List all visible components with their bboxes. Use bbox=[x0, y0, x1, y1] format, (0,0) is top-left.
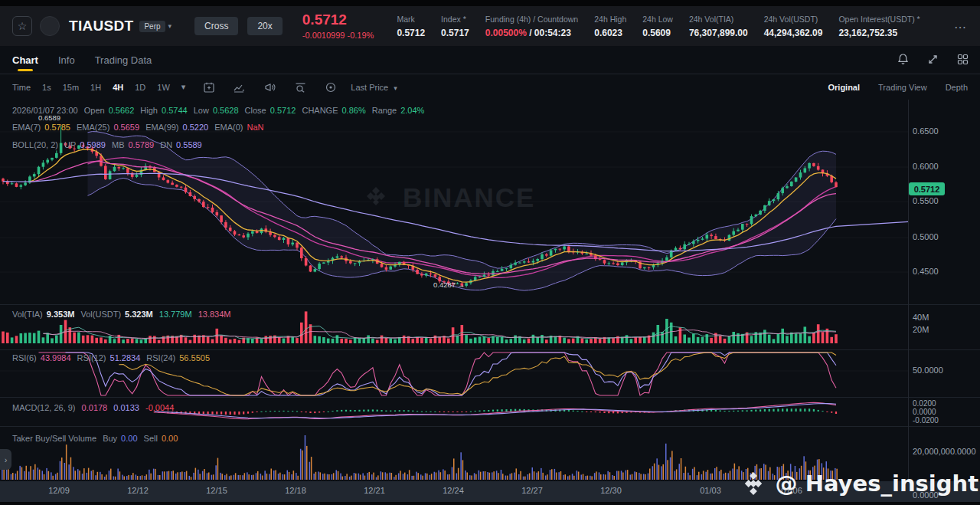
tab-info[interactable]: Info bbox=[58, 46, 75, 74]
chart-toolbar: Time 1s 15m 1H 4H 1D 1W ▾ Last Price ▾ O… bbox=[0, 74, 980, 100]
y-tick: 0.5500 bbox=[913, 196, 939, 205]
pane-divider bbox=[0, 304, 980, 305]
tab-trading-data[interactable]: Trading Data bbox=[95, 46, 152, 74]
interval-more-caret[interactable]: ▾ bbox=[181, 82, 186, 92]
window-top-strip bbox=[0, 0, 980, 6]
interval-1h[interactable]: 1H bbox=[90, 83, 101, 92]
view-switcher: Original Trading View Depth bbox=[828, 74, 968, 100]
last-price-badge[interactable]: 0.5712 bbox=[909, 182, 945, 195]
macd-legend[interactable]: MACD(12, 26, 9) 0.0178 0.0133 -0.0044 bbox=[12, 403, 178, 412]
last-price: 0.5712 bbox=[302, 12, 374, 28]
x-tick: 12/12 bbox=[127, 486, 149, 495]
candle-datetime: 2026/01/07 23:00 bbox=[12, 106, 78, 115]
price-change: -0.0010999 -0.19% bbox=[302, 31, 374, 40]
indicator-search-icon[interactable] bbox=[294, 81, 307, 93]
stat-24h-high: 24h High0.6023 bbox=[594, 15, 626, 38]
margin-mode-button[interactable]: Cross bbox=[194, 17, 238, 35]
macd-tick: 0.0200 bbox=[913, 399, 936, 408]
x-tick: 01/03 bbox=[700, 486, 721, 495]
binance-logo-icon bbox=[739, 469, 768, 498]
view-original[interactable]: Original bbox=[828, 83, 860, 92]
interval-15m[interactable]: 15m bbox=[63, 83, 79, 92]
y-tick: 0.4500 bbox=[913, 267, 939, 276]
interval-1w[interactable]: 1W bbox=[157, 83, 170, 92]
low-price-note: 0.4287 → bbox=[433, 280, 465, 289]
x-tick: 12/24 bbox=[443, 486, 464, 495]
ohlc-legend: 2026/01/07 23:00 Open0.5662 High0.5744 L… bbox=[12, 106, 428, 115]
y-tick: 0.6000 bbox=[913, 162, 939, 171]
stat-funding: Funding (4h) / Countdown0.00500% / 00:54… bbox=[485, 15, 578, 38]
stat-24h-vol-quote: 24h Vol(USDT)44,294,362.09 bbox=[764, 15, 823, 38]
stat-open-interest: Open Interest(USDT) *23,162,752.35 bbox=[838, 15, 920, 38]
chevron-down-icon[interactable]: ▾ bbox=[168, 22, 172, 30]
vol-tick: 40M bbox=[913, 313, 929, 322]
arrow-icon: → bbox=[458, 280, 466, 289]
symbol-name[interactable]: TIAUSDT bbox=[69, 18, 133, 34]
contract-header: ☆ TIAUSDT Perp ▾ Cross 20x 0.5712 -0.001… bbox=[0, 6, 980, 46]
chevron-down-icon: ▾ bbox=[394, 84, 397, 92]
line-chart-edit-icon[interactable] bbox=[233, 81, 246, 93]
calendar-chart-icon[interactable] bbox=[203, 81, 215, 93]
x-tick: 12/15 bbox=[206, 486, 227, 495]
y-tick: 0.6500 bbox=[913, 126, 939, 136]
taker-legend[interactable]: Taker Buy/Sell Volume Buy0.00 Sell0.00 bbox=[12, 434, 181, 443]
rsi-tick: 50.0000 bbox=[913, 366, 943, 375]
stat-index: Index *0.5717 bbox=[441, 15, 469, 38]
view-depth[interactable]: Depth bbox=[946, 83, 968, 92]
tab-chart[interactable]: Chart bbox=[12, 46, 38, 74]
market-stats: Mark0.5712 Index *0.5717 Funding (4h) / … bbox=[397, 15, 920, 38]
interval-time[interactable]: Time bbox=[12, 83, 31, 92]
coin-logo bbox=[40, 16, 60, 36]
tab-actions bbox=[897, 53, 969, 66]
x-tick: 12/30 bbox=[600, 486, 622, 495]
ema-legend[interactable]: EMA(7)0.5785 EMA(25)0.5659 EMA(99)0.5220… bbox=[12, 123, 268, 132]
interval-1s[interactable]: 1s bbox=[42, 83, 51, 92]
binance-futures-chart-screen: ☆ TIAUSDT Perp ▾ Cross 20x 0.5712 -0.001… bbox=[0, 0, 980, 505]
stat-24h-vol-base: 24h Vol(TIA)76,307,899.00 bbox=[689, 15, 748, 38]
chevron-right-icon: › bbox=[5, 455, 8, 464]
author-handle: @ Hayes_insight bbox=[776, 471, 978, 497]
interval-4h[interactable]: 4H bbox=[113, 83, 123, 92]
target-icon[interactable] bbox=[325, 81, 337, 93]
last-price-block: 0.5712 -0.0010999 -0.19% bbox=[302, 12, 374, 40]
favorite-button[interactable]: ☆ bbox=[12, 16, 32, 36]
resize-icon[interactable] bbox=[926, 53, 939, 66]
tab-bar: Chart Info Trading Data bbox=[0, 46, 980, 74]
pane-divider bbox=[0, 397, 980, 398]
macd-tick: -0.0200 bbox=[913, 416, 939, 425]
boll-legend[interactable]: BOLL(20, 2) UP0.5989 MB0.5789 DN0.5589 bbox=[12, 140, 206, 149]
binance-watermark-text: BINANCE bbox=[403, 182, 535, 213]
vol-tick: 20M bbox=[913, 325, 929, 334]
price-axis-divider bbox=[908, 100, 909, 481]
layout-grid-icon[interactable] bbox=[956, 53, 969, 66]
binance-center-watermark: BINANCE bbox=[360, 182, 535, 214]
bell-icon[interactable] bbox=[897, 53, 910, 66]
macd-tick: 0.0000 bbox=[913, 408, 936, 416]
taker-tick: 20,000,000.0000 bbox=[913, 447, 976, 456]
x-tick: 12/27 bbox=[521, 486, 543, 495]
x-tick: 12/18 bbox=[285, 486, 306, 495]
toolbar-icons bbox=[203, 81, 337, 93]
interval-1d[interactable]: 1D bbox=[135, 83, 145, 92]
price-mode-select[interactable]: Last Price ▾ bbox=[351, 83, 397, 92]
panel-expand-handle[interactable]: › bbox=[0, 449, 11, 470]
rsi-legend[interactable]: RSI(6)43.9984 RSI(12)51.2834 RSI(24)56.5… bbox=[12, 353, 214, 362]
author-watermark: @ Hayes_insight bbox=[739, 469, 978, 498]
stat-mark: Mark0.5712 bbox=[397, 15, 425, 38]
pane-divider bbox=[0, 349, 980, 350]
leverage-button[interactable]: 20x bbox=[247, 17, 282, 35]
binance-logo-icon bbox=[360, 182, 392, 214]
more-icon[interactable]: ⋯ bbox=[954, 20, 968, 34]
megaphone-icon[interactable] bbox=[263, 81, 276, 93]
star-icon: ☆ bbox=[18, 20, 28, 32]
window-bottom-strip bbox=[0, 502, 980, 505]
view-tradingview[interactable]: Trading View bbox=[878, 83, 927, 92]
pane-divider bbox=[0, 426, 980, 427]
volume-legend[interactable]: Vol(TIA)9.353M Vol(USDT)5.323M 13.779M 1… bbox=[12, 310, 235, 319]
y-tick: 0.5000 bbox=[913, 232, 939, 241]
x-tick: 12/09 bbox=[48, 486, 70, 495]
stat-24h-low: 24h Low0.5609 bbox=[642, 15, 673, 38]
contract-type-badge[interactable]: Perp bbox=[139, 21, 165, 32]
x-tick: 12/21 bbox=[364, 486, 385, 495]
